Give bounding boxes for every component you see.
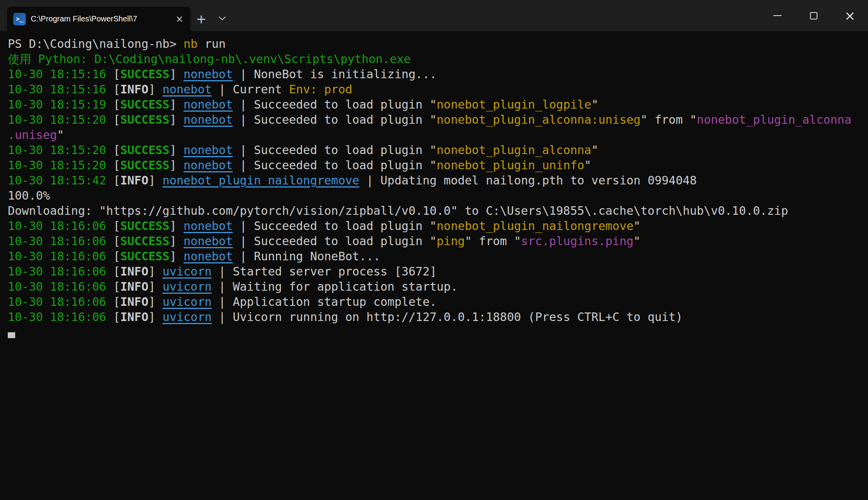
log-text: nonebot_plugin_alconna:uniseg: [437, 113, 641, 126]
log-text: | Succeeded to load plugin ": [233, 98, 437, 111]
log-text: nonebot_plugin_alconna: [437, 143, 591, 157]
terminal-cursor: [8, 332, 15, 338]
log-text: ]: [148, 265, 162, 278]
logger-name: nonebot: [184, 113, 233, 126]
log-text: 10-30 18:16:06: [8, 234, 106, 248]
log-text: SUCCESS: [120, 234, 169, 248]
log-text: | Succeeded to load plugin ": [233, 219, 437, 233]
log-text: 10-30 18:15:20: [8, 143, 106, 157]
log-text: [: [106, 67, 120, 81]
log-text: | NoneBot is initializing...: [233, 67, 437, 81]
terminal-line: Downloading: "https://github.com/pytorch…: [8, 203, 860, 218]
terminal-line: 10-30 18:16:06 [INFO] uvicorn | Applicat…: [8, 294, 860, 309]
titlebar: >_ C:\Program Files\PowerShell\7 × + ×: [0, 0, 868, 31]
log-text: 使用 Python: D:\Coding\nailong-nb\.venv\Sc…: [8, 52, 411, 66]
log-text: [: [106, 265, 120, 278]
logger-name: uvicorn: [162, 280, 211, 293]
log-text: | Updating model nailong.pth to version …: [359, 174, 697, 187]
tab-dropdown-button[interactable]: [212, 7, 233, 31]
logger-name: uvicorn: [162, 310, 211, 324]
terminal-line: 10-30 18:15:42 [INFO] nonebot_plugin_nai…: [8, 173, 860, 188]
log-text: ]: [148, 280, 162, 293]
log-text: nonebot_plugin_uninfo: [437, 158, 584, 172]
log-text: | Uvicorn running on http://127.0.0.1:18…: [212, 310, 683, 324]
tab-title: C:\Program Files\PowerShell\7: [31, 14, 167, 23]
log-text: SUCCESS: [120, 249, 169, 263]
log-text: SUCCESS: [120, 98, 169, 111]
log-text: ]: [169, 219, 183, 233]
log-text: | Succeeded to load plugin ": [233, 143, 437, 157]
close-button[interactable]: ×: [832, 0, 868, 31]
log-text: " from ": [641, 113, 697, 126]
log-text: ]: [169, 249, 183, 263]
terminal-line: 10-30 18:15:20 [SUCCESS] nonebot | Succe…: [8, 112, 860, 127]
log-text: [: [106, 143, 120, 157]
log-text: ]: [169, 98, 183, 111]
log-text: | Succeeded to load plugin ": [233, 158, 437, 172]
log-text: [: [106, 113, 120, 126]
log-text: ": [584, 158, 591, 172]
log-text: ]: [169, 143, 183, 157]
log-text: [: [106, 310, 120, 324]
terminal-line: 100.0%: [8, 188, 860, 203]
terminal-line: 10-30 18:16:06 [INFO] uvicorn | Waiting …: [8, 279, 860, 294]
window-controls: ×: [759, 0, 868, 31]
minimize-button[interactable]: [759, 0, 796, 31]
terminal-viewport[interactable]: PS D:\Coding\nailong-nb> nb run使用 Python…: [0, 31, 868, 340]
maximize-button[interactable]: [796, 0, 832, 31]
log-text: ]: [169, 113, 183, 126]
terminal-input-line: [8, 325, 860, 340]
log-text: 10-30 18:16:06: [8, 280, 106, 293]
terminal-line: 10-30 18:16:06 [SUCCESS] nonebot | Runni…: [8, 249, 860, 264]
log-text: SUCCESS: [120, 143, 169, 157]
log-text: 10-30 18:15:16: [8, 82, 106, 96]
terminal-line: 使用 Python: D:\Coding\nailong-nb\.venv\Sc…: [8, 51, 860, 67]
logger-name: uvicorn: [162, 295, 211, 309]
log-text: ]: [148, 310, 162, 324]
terminal-line: 10-30 18:16:06 [INFO] uvicorn | Started …: [8, 264, 860, 279]
log-text: INFO: [120, 280, 148, 293]
log-text: run: [198, 37, 226, 51]
new-tab-button[interactable]: +: [191, 7, 212, 31]
terminal-line: .uniseg": [8, 127, 860, 142]
logger-name: nonebot: [162, 82, 211, 96]
log-text: | Current: [212, 82, 289, 96]
log-text: INFO: [120, 310, 148, 324]
terminal-line: 10-30 18:16:06 [INFO] uvicorn | Uvicorn …: [8, 309, 860, 325]
logger-name: nonebot: [184, 67, 233, 81]
tab-close-button[interactable]: ×: [172, 12, 187, 26]
log-text: 10-30 18:16:06: [8, 249, 106, 263]
log-text: 100.0%: [8, 189, 50, 202]
terminal-line: 10-30 18:15:19 [SUCCESS] nonebot | Succe…: [8, 97, 860, 112]
log-text: [: [106, 98, 120, 111]
log-text: | Started server process [3672]: [212, 265, 437, 278]
logger-name: nonebot_plugin_nailongremove: [162, 174, 359, 187]
log-text: INFO: [120, 295, 148, 309]
log-text: PS D:\Coding\nailong-nb>: [8, 37, 184, 51]
log-text: INFO: [120, 82, 148, 96]
log-text: ": [634, 219, 641, 233]
log-text: Env: prod: [289, 82, 353, 96]
logger-name: nonebot: [184, 219, 233, 233]
log-text: 10-30 18:15:20: [8, 158, 106, 172]
log-text: [: [106, 219, 120, 233]
minimize-icon: [773, 15, 782, 16]
log-text: | Waiting for application startup.: [212, 280, 458, 293]
tab-powershell[interactable]: >_ C:\Program Files\PowerShell\7 ×: [7, 7, 191, 31]
terminal-output: PS D:\Coding\nailong-nb> nb run使用 Python…: [8, 36, 860, 325]
terminal-line: 10-30 18:15:20 [SUCCESS] nonebot | Succe…: [8, 158, 860, 173]
log-text: 10-30 18:15:42: [8, 174, 106, 187]
logger-name: nonebot: [184, 249, 233, 263]
terminal-line: 10-30 18:16:06 [SUCCESS] nonebot | Succe…: [8, 233, 860, 249]
logger-name: nonebot: [184, 143, 233, 157]
log-text: 10-30 18:15:20: [8, 113, 106, 126]
log-text: 10-30 18:16:06: [8, 295, 106, 309]
log-text: ]: [148, 295, 162, 309]
powershell-icon: >_: [13, 13, 26, 25]
terminal-line: 10-30 18:15:20 [SUCCESS] nonebot | Succe…: [8, 142, 860, 158]
log-text: SUCCESS: [120, 67, 169, 81]
log-text: INFO: [120, 265, 148, 278]
log-text: 10-30 18:16:06: [8, 219, 106, 233]
log-text: ": [591, 143, 598, 157]
log-text: Downloading: "https://github.com/pytorch…: [8, 204, 788, 218]
